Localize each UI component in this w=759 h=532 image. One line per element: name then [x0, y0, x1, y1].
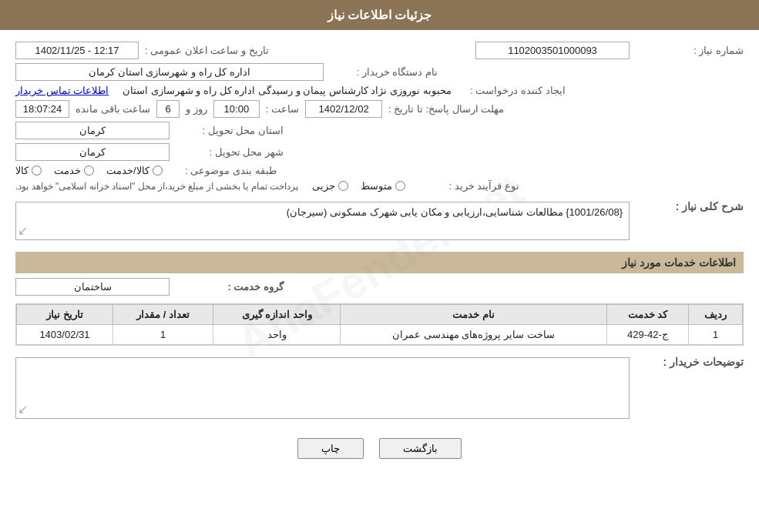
th-unit: واحد اندازه گیری: [213, 305, 341, 325]
table-row: 1 ج-42-429 ساخت سایر پروژه‌های مهندسی عم…: [17, 325, 743, 345]
ijad-link[interactable]: اطلاعات تماس خریدار: [15, 85, 109, 96]
th-count: تعداد / مقدار: [113, 305, 213, 325]
kala-khedmat-label: کالا/خدمت: [106, 165, 149, 176]
mohlat-remaining-label: ساعت باقی مانده: [76, 103, 150, 115]
button-row: بازگشت چاپ: [15, 438, 744, 459]
radio-kala-khedmat[interactable]: کالا/خدمت: [106, 165, 163, 176]
th-code: کد خدمت: [606, 305, 688, 325]
sharh-label: شرح کلی نیاز :: [636, 198, 744, 212]
radio-jozee[interactable]: جزیی: [312, 180, 348, 192]
th-date: تاریخ نیاز: [17, 305, 113, 325]
sharh-value: {1001/26/08} مطالعات شناسایی،ارزیابی و م…: [287, 206, 623, 218]
radio-khedmat-input[interactable]: [84, 166, 94, 176]
shomara-niaz-value: 1102003501000093: [475, 42, 630, 59]
radio-khedmat[interactable]: خدمت: [54, 165, 94, 176]
tabaqe-label: طبقه بندی موضوعی :: [169, 165, 277, 176]
mohlat-rooz-label: روز و: [186, 103, 207, 115]
page-title: جزئیات اطلاعات نیاز: [327, 8, 432, 22]
tarikh-elaan-value: 1402/11/25 - 12:17: [15, 42, 139, 59]
nam-dastgah-label: نام دستگاه خریدار :: [330, 66, 438, 78]
grooh-khedmat-label: گروه خدمت :: [176, 281, 284, 293]
mohlat-rooz: 6: [156, 100, 180, 118]
mohlat-saat-label: ساعت :: [266, 103, 299, 115]
nooe-farayand-label: نوع فرآیند خرید :: [411, 180, 519, 192]
shahr-tahvil-value: کرمان: [15, 143, 170, 161]
ostan-tahvil-label: استان محل تحویل :: [176, 125, 284, 136]
btn-chap[interactable]: چاپ: [297, 438, 364, 459]
radio-kala[interactable]: کالا: [15, 165, 42, 176]
motavaset-label: متوسط: [361, 180, 392, 192]
tozihat-value-box[interactable]: [15, 357, 630, 419]
ijad-label: ایجاد کننده درخواست :: [458, 85, 566, 96]
radio-jozee-input[interactable]: [338, 181, 348, 191]
btn-bazgasht[interactable]: بازگشت: [379, 438, 462, 459]
tarikh-elaan-label: تاریخ و ساعت اعلان عمومی :: [145, 45, 269, 56]
farayand-radio-group: متوسط جزیی: [312, 180, 405, 192]
bardakht-label: پرداخت تمام یا بخشی از مبلغ خرید،از محل …: [15, 181, 298, 192]
shahr-tahvil-label: شهر محل تحویل :: [176, 146, 284, 158]
cell-code: ج-42-429: [606, 325, 688, 345]
section2-title: اطلاعات خدمات مورد نیاز: [15, 252, 744, 273]
cell-name: ساخت سایر پروژه‌های مهندسی عمران: [340, 325, 606, 345]
ostan-tahvil-value: کرمان: [15, 122, 170, 139]
th-radif: ردیف: [689, 305, 743, 325]
radio-kala-khedmat-input[interactable]: [153, 166, 163, 176]
radio-motavaset-input[interactable]: [395, 181, 405, 191]
mohlat-remaining: 18:07:24: [15, 100, 69, 118]
shomara-niaz-label: شماره نیاز :: [636, 45, 744, 56]
mohlat-saat: 10:00: [213, 100, 260, 118]
jozee-label: جزیی: [312, 180, 335, 192]
page-header: جزئیات اطلاعات نیاز: [0, 0, 759, 30]
tabaqe-radio-group: کالا/خدمت خدمت کالا: [15, 165, 163, 176]
cell-date: 1403/02/31: [17, 325, 113, 345]
nam-dastgah-value: اداره کل راه و شهرسازی استان کرمان: [15, 63, 324, 81]
mohlat-label: مهلت ارسال پاسخ: تا تاریخ :: [388, 103, 504, 115]
radio-kala-input[interactable]: [32, 166, 42, 176]
cell-radif: 1: [689, 325, 743, 345]
mohlat-date: 1402/12/02: [305, 100, 382, 118]
tozihat-label: توضیحات خریدار :: [636, 353, 744, 368]
th-name: نام خدمت: [340, 305, 606, 325]
grooh-khedmat-value: ساختمان: [15, 278, 170, 296]
sharh-value-box: {1001/26/08} مطالعات شناسایی،ارزیابی و م…: [15, 202, 630, 240]
cell-count: 1: [113, 325, 213, 345]
services-table: ردیف کد خدمت نام خدمت واحد اندازه گیری ت…: [15, 303, 744, 346]
kala-label: کالا: [15, 165, 29, 176]
khedmat-label: خدمت: [54, 165, 81, 176]
cell-unit: واحد: [213, 325, 341, 345]
radio-motavaset[interactable]: متوسط: [361, 180, 405, 192]
ijad-value: محبوبه نوروزی نژاد کارشناس پیمان و رسیدگ…: [123, 85, 451, 96]
